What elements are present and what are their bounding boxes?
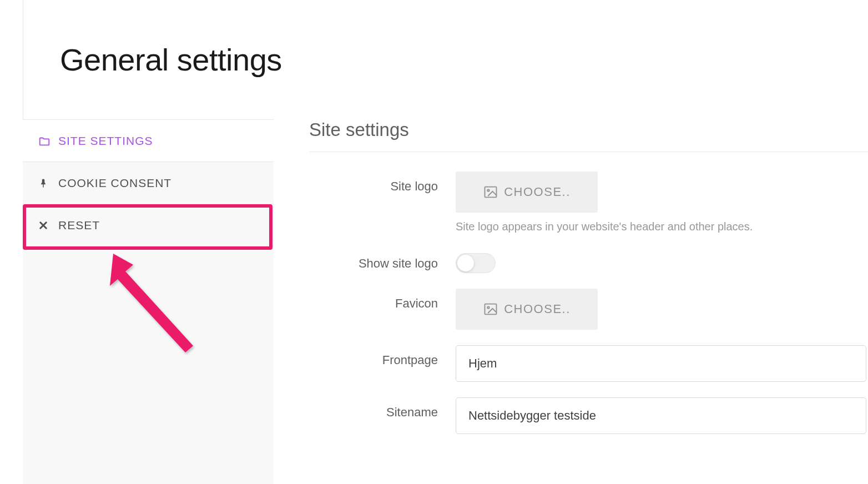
- choose-favicon-button[interactable]: CHOOSE..: [456, 289, 598, 330]
- row-sitename: Sitename: [309, 397, 868, 434]
- toggle-knob: [457, 255, 474, 271]
- sidebar-item-cookie-consent[interactable]: COOKIE CONSENT: [23, 162, 274, 204]
- row-show-site-logo: Show site logo: [309, 249, 868, 273]
- close-icon: [38, 220, 53, 230]
- main-panel: Site settings Site logo CHOOSE.. Site lo…: [309, 119, 868, 450]
- sidebar-empty-area: [23, 246, 274, 484]
- pin-icon: [38, 177, 53, 189]
- button-label: CHOOSE..: [504, 185, 571, 199]
- svg-rect-3: [485, 304, 497, 315]
- button-label: CHOOSE..: [504, 302, 571, 316]
- page-title: General settings: [60, 42, 282, 78]
- row-favicon: Favicon CHOOSE..: [309, 289, 868, 330]
- section-title: Site settings: [309, 119, 868, 152]
- folder-icon: [38, 135, 53, 147]
- left-divider: [23, 0, 23, 119]
- sidebar-item-label: SITE SETTINGS: [58, 134, 153, 148]
- sitename-label: Sitename: [309, 397, 456, 420]
- sidebar-item-label: RESET: [58, 219, 100, 232]
- svg-point-2: [487, 189, 489, 191]
- show-site-logo-toggle[interactable]: [456, 253, 496, 273]
- sidebar-item-reset[interactable]: RESET: [23, 204, 274, 246]
- svg-point-4: [487, 306, 489, 309]
- svg-rect-1: [485, 187, 497, 198]
- settings-sidebar: SITE SETTINGS COOKIE CONSENT RESET: [23, 119, 274, 484]
- show-site-logo-label: Show site logo: [309, 249, 456, 271]
- sidebar-item-site-settings[interactable]: SITE SETTINGS: [23, 120, 274, 162]
- site-logo-label: Site logo: [309, 172, 456, 194]
- site-logo-help: Site logo appears in your website's head…: [456, 220, 753, 233]
- row-site-logo: Site logo CHOOSE.. Site logo appears in …: [309, 172, 868, 233]
- favicon-label: Favicon: [309, 289, 456, 311]
- row-frontpage: Frontpage: [309, 345, 868, 382]
- sitename-input[interactable]: [456, 397, 866, 434]
- frontpage-label: Frontpage: [309, 345, 456, 367]
- image-icon: [483, 184, 498, 200]
- frontpage-select[interactable]: [456, 345, 866, 382]
- image-icon: [483, 301, 498, 317]
- choose-site-logo-button[interactable]: CHOOSE..: [456, 172, 598, 213]
- sidebar-item-label: COOKIE CONSENT: [58, 177, 171, 190]
